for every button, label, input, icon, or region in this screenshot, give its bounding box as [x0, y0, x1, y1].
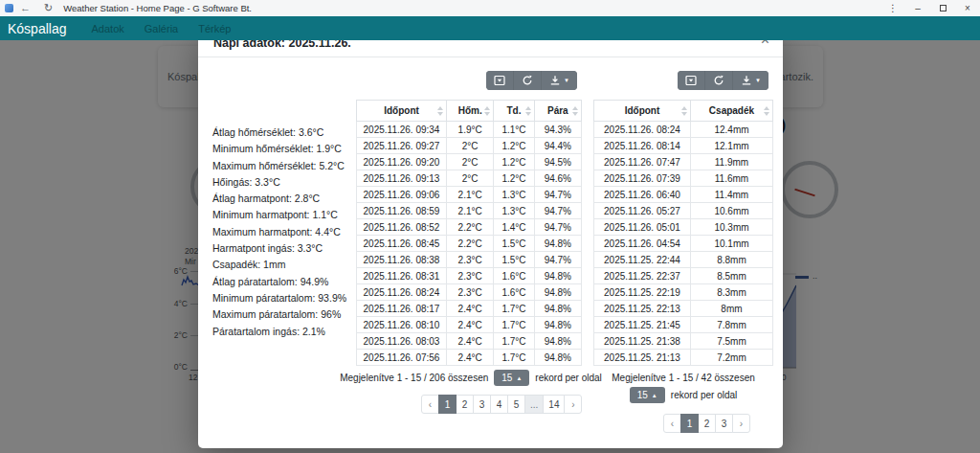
table-row: 2025.11.26. 09:272°C1.2°C94.4% [357, 138, 582, 154]
application-window: ← ↻ Weather Station - Home Page - G Soft… [0, 0, 980, 453]
column-header[interactable]: Időpont [594, 101, 691, 122]
column-header[interactable]: Td. [494, 101, 534, 122]
maximize-button[interactable] [930, 0, 955, 16]
window-menu-icon[interactable]: ⋮ [880, 0, 905, 16]
download-button[interactable]: ▼ [541, 71, 577, 90]
column-header[interactable]: Pára [534, 101, 581, 122]
nav-item-galeria[interactable]: Galéria [145, 23, 178, 34]
table-cell: 2025.11.25. 22:44 [594, 252, 691, 268]
column-header-label: Csapadék [709, 105, 754, 116]
table-cell: 2.4°C [447, 350, 494, 366]
back-icon[interactable]: ← [13, 0, 37, 16]
table-cell: 2025.11.26. 07:47 [594, 154, 691, 170]
next-page-button[interactable]: › [732, 414, 750, 433]
column-header[interactable]: Hőm. [447, 101, 494, 122]
refresh-icon[interactable]: ↻ [37, 0, 59, 16]
daily-statistics-list: Átlag hőmérséklet: 3.6°CMinimum hőmérsék… [212, 125, 364, 340]
page-button[interactable]: 4 [490, 395, 508, 414]
page-button[interactable]: 3 [715, 414, 733, 433]
table-cell: 1.3°C [494, 187, 534, 203]
close-window-button[interactable]: × [955, 0, 980, 16]
table-cell: 1.3°C [494, 203, 534, 219]
page-button[interactable]: 14 [543, 395, 565, 414]
column-visibility-button[interactable] [678, 71, 704, 90]
stat-line: Minimum páratartalom: 93.9% [212, 290, 364, 306]
table-cell: 94.7% [534, 203, 581, 219]
table-cell: 2025.11.26. 09:06 [357, 187, 447, 203]
download-button[interactable]: ▼ [732, 71, 768, 90]
column-visibility-button[interactable] [486, 71, 513, 90]
table-cell: 2.4°C [447, 301, 494, 317]
table-cell: 94.5% [534, 154, 581, 170]
table-summary-left: Megjelenítve 1 - 15 / 206 összesen 15▲ r… [332, 370, 610, 386]
page-button[interactable]: 2 [698, 414, 716, 433]
nav-item-adatok[interactable]: Adatok [92, 23, 124, 34]
table-cell: 7.8mm [690, 317, 772, 333]
column-header-label: Időpont [625, 105, 660, 116]
refresh-table-button[interactable] [513, 71, 541, 90]
table-row: 2025.11.26. 09:132°C1.2°C94.6% [357, 170, 582, 187]
navbar-brand[interactable]: Kóspallag [8, 21, 67, 36]
table-cell: 2025.11.26. 05:27 [594, 203, 691, 219]
table-cell: 94.8% [534, 284, 581, 301]
sort-icon [764, 106, 769, 116]
per-page-label: rekord per oldal [671, 390, 737, 400]
table-row: 2025.11.25. 22:448.8mm [594, 252, 773, 268]
table-cell: 94.7% [534, 187, 581, 203]
sort-icon [437, 106, 443, 116]
table-cell: 2025.11.25. 21:13 [594, 350, 691, 366]
prev-page-button[interactable]: ‹ [663, 414, 681, 433]
page-button[interactable]: 3 [473, 395, 491, 414]
table-row: 2025.11.26. 08:172.4°C1.7°C94.8% [357, 301, 582, 317]
page-button[interactable]: 2 [456, 395, 474, 414]
table-cell: 2.3°C [447, 284, 494, 301]
per-page-dropdown[interactable]: 15▲ [494, 370, 529, 386]
minimize-button[interactable]: – [905, 0, 930, 16]
next-page-button[interactable]: › [564, 395, 582, 414]
table-cell: 1.7°C [494, 333, 534, 350]
table-cell: 8.3mm [690, 284, 772, 301]
chevron-up-icon: ▲ [516, 375, 522, 381]
table-cell: 10.6mm [690, 203, 772, 219]
nav-item-terkep[interactable]: Térkép [198, 23, 231, 34]
table-cell: 1.7°C [494, 317, 534, 333]
page-ellipsis: ... [524, 395, 544, 414]
per-page-label: rekord per oldal [535, 373, 601, 383]
table-cell: 2025.11.26. 09:34 [357, 122, 447, 138]
per-page-dropdown[interactable]: 15▲ [630, 387, 665, 403]
table-row: 2025.11.26. 08:522.2°C1.4°C94.7% [357, 219, 582, 236]
stat-line: Minimum harmatpont: 1.1°C [212, 207, 364, 223]
chevron-up-icon: ▲ [652, 393, 657, 398]
table-row: 2025.11.26. 06:4011.4mm [594, 187, 773, 203]
refresh-table-button[interactable] [704, 71, 732, 90]
table-row: 2025.11.26. 09:062.1°C1.3°C94.7% [357, 187, 582, 203]
download-icon [741, 75, 752, 86]
page-button-active[interactable]: 1 [680, 414, 699, 433]
sort-icon [681, 106, 687, 116]
page-button[interactable]: 5 [507, 395, 525, 414]
stat-line: Minimum hőmérséklet: 1.9°C [212, 141, 364, 157]
pagination-left: ‹12345...14› [421, 395, 582, 414]
prev-page-button[interactable]: ‹ [421, 395, 439, 414]
column-header[interactable]: Időpont [357, 101, 447, 122]
table-row: 2025.11.25. 21:137.2mm [594, 350, 773, 366]
table-row: 2025.11.26. 08:1412.1mm [594, 138, 773, 154]
table-cell: 1.7°C [494, 301, 534, 317]
table-cell: 2025.11.25. 22:19 [594, 284, 691, 301]
pagination-right: ‹123› [663, 414, 750, 433]
page-button-active[interactable]: 1 [438, 395, 457, 414]
table-cell: 7.5mm [690, 333, 772, 350]
table-cell: 2025.11.26. 08:45 [357, 236, 447, 252]
columns-icon [494, 75, 505, 86]
table-cell: 1.6°C [494, 268, 534, 284]
stat-line: Maximum hőmérséklet: 5.2°C [212, 158, 364, 174]
table-row: 2025.11.26. 07:3911.6mm [594, 170, 773, 187]
table-row: 2025.11.25. 22:198.3mm [594, 284, 773, 301]
table-cell: 10.3mm [690, 219, 772, 236]
column-header[interactable]: Csapadék [690, 101, 772, 122]
table-row: 2025.11.26. 05:2710.6mm [594, 203, 773, 219]
column-header-label: Hőm. [458, 105, 482, 116]
table-cell: 1.5°C [494, 236, 534, 252]
stat-line: Átlag páratartalom: 94.9% [212, 274, 364, 290]
table-cell: 94.8% [534, 317, 581, 333]
